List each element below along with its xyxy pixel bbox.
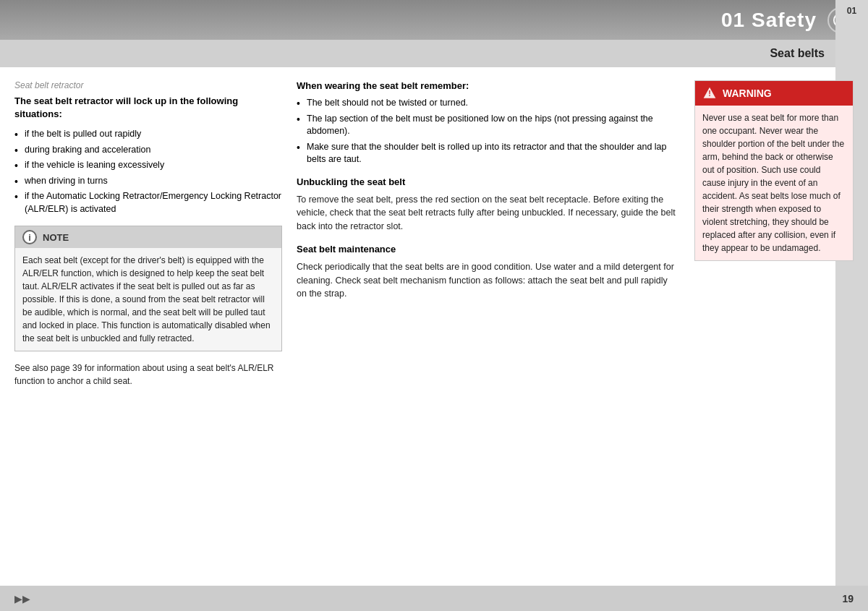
chapter-title: 01 Safety bbox=[721, 9, 817, 32]
note-body: Each seat belt (except for the driver's … bbox=[15, 248, 281, 351]
page-number: 19 bbox=[842, 593, 854, 604]
svg-text:!: ! bbox=[708, 89, 711, 98]
note-box: i NOTE Each seat belt (except for the dr… bbox=[14, 226, 282, 351]
unbuckling-title: Unbuckling the seat belt bbox=[297, 176, 680, 187]
sidebar-tab-number: 01 bbox=[847, 6, 856, 16]
wearing-title: When wearing the seat belt remember: bbox=[297, 80, 680, 91]
warning-box: ! WARNING Never use a seat belt for more… bbox=[694, 80, 854, 261]
list-item: when driving in turns bbox=[14, 175, 282, 188]
list-item: if the belt is pulled out rapidly bbox=[14, 128, 282, 141]
page-footer: ▶▶ 19 bbox=[0, 586, 868, 611]
list-item: Make sure that the shoulder belt is roll… bbox=[297, 141, 680, 166]
list-item: if the Automatic Locking Retractor/Emerg… bbox=[14, 190, 282, 215]
section-title: Seat belts bbox=[770, 47, 825, 60]
middle-column: When wearing the seat belt remember: The… bbox=[297, 80, 680, 578]
content-wrapper: Seat belt retractor The seat belt retrac… bbox=[0, 67, 868, 586]
unbuckling-body: To remove the seat belt, press the red s… bbox=[297, 193, 680, 234]
list-item: The belt should not be twisted or turned… bbox=[297, 97, 680, 110]
retractor-bullet-list: if the belt is pulled out rapidly during… bbox=[14, 128, 282, 215]
warning-label: WARNING bbox=[723, 87, 772, 99]
maintenance-title: Seat belt maintenance bbox=[297, 244, 680, 255]
retractor-section-title: Seat belt retractor bbox=[14, 80, 282, 90]
info-icon: i bbox=[22, 230, 37, 244]
right-column: ! WARNING Never use a seat belt for more… bbox=[694, 80, 854, 578]
warning-header: ! WARNING bbox=[695, 81, 853, 106]
left-column: Seat belt retractor The seat belt retrac… bbox=[14, 80, 282, 578]
list-item: The lap section of the belt must be posi… bbox=[297, 113, 680, 138]
main-content: Seat belt retractor The seat belt retrac… bbox=[0, 67, 868, 586]
section-bar: Seat belts bbox=[0, 40, 868, 67]
list-item: during braking and acceleration bbox=[14, 144, 282, 157]
warning-body: Never use a seat belt for more than one … bbox=[695, 106, 853, 260]
next-arrows: ▶▶ bbox=[14, 593, 30, 604]
retractor-intro: The seat belt retractor will lock up in … bbox=[14, 95, 282, 121]
list-item: if the vehicle is leaning excessively bbox=[14, 159, 282, 172]
note-label: NOTE bbox=[43, 232, 69, 243]
note-header: i NOTE bbox=[15, 226, 281, 248]
see-also-text: See also page 39 for information about u… bbox=[14, 362, 282, 388]
page-header: 01 Safety bbox=[0, 0, 868, 40]
wearing-bullet-list: The belt should not be twisted or turned… bbox=[297, 97, 680, 166]
warning-triangle-icon: ! bbox=[702, 86, 717, 101]
maintenance-body: Check periodically that the seat belts a… bbox=[297, 260, 680, 301]
